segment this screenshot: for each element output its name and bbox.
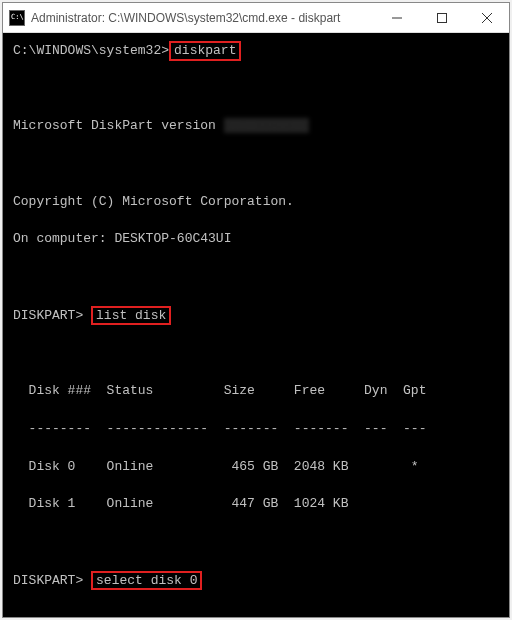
copyright-line: Copyright (C) Microsoft Corporation. xyxy=(13,193,499,212)
cmd-list-disk: list disk xyxy=(91,306,171,326)
close-button[interactable] xyxy=(464,3,509,32)
titlebar[interactable]: Administrator: C:\WINDOWS\system32\cmd.e… xyxy=(3,3,509,33)
diskpart-prompt: DISKPART> xyxy=(13,573,83,588)
cmd-diskpart: diskpart xyxy=(169,41,241,61)
prompt-path: C:\WINDOWS\system32> xyxy=(13,43,169,58)
cmd-icon xyxy=(9,10,25,26)
cmd-window: Administrator: C:\WINDOWS\system32\cmd.e… xyxy=(2,2,510,618)
disk-table-divider: -------- ------------- ------- ------- -… xyxy=(13,420,499,439)
terminal-output[interactable]: C:\WINDOWS\system32>diskpart Microsoft D… xyxy=(3,33,509,617)
version-hidden: X.X.XXXXX.X xyxy=(224,118,310,133)
window-title: Administrator: C:\WINDOWS\system32\cmd.e… xyxy=(31,11,374,25)
diskpart-prompt: DISKPART> xyxy=(13,308,83,323)
version-prefix: Microsoft DiskPart version xyxy=(13,118,224,133)
table-row: Disk 0 Online 465 GB 2048 KB * xyxy=(13,458,499,477)
maximize-button[interactable] xyxy=(419,3,464,32)
window-controls xyxy=(374,3,509,32)
cmd-select-disk: select disk 0 xyxy=(91,571,202,591)
computer-line: On computer: DESKTOP-60C43UI xyxy=(13,230,499,249)
table-row: Disk 1 Online 447 GB 1024 KB xyxy=(13,495,499,514)
disk-table-header: Disk ### Status Size Free Dyn Gpt xyxy=(13,382,499,401)
minimize-button[interactable] xyxy=(374,3,419,32)
svg-rect-1 xyxy=(437,13,446,22)
